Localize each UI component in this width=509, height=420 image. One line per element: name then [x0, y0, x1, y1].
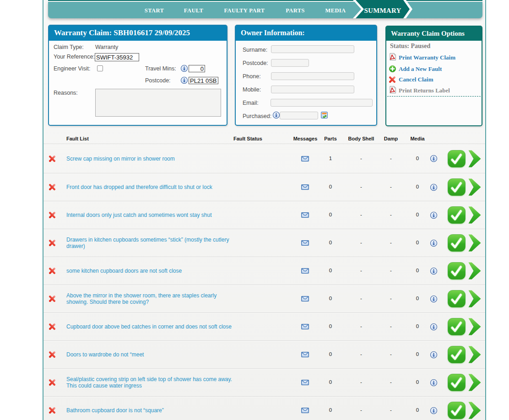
svg-text:SUMMARY: SUMMARY	[364, 7, 401, 14]
